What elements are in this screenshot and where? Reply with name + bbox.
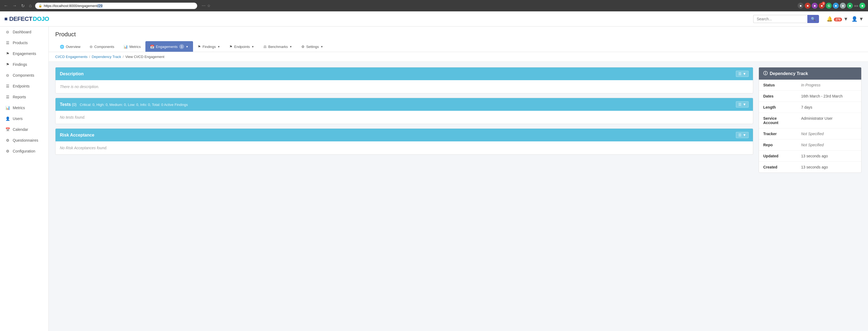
tab-findings[interactable]: ⚑ Findings ▼ [193, 42, 225, 52]
tab-benchmarks-label: Benchmarks [268, 45, 288, 49]
info-row-updated: Updated 13 seconds ago [759, 151, 861, 162]
ext-icon-2: ■ [805, 3, 811, 9]
sidebar-item-endpoints[interactable]: ☰ Endpoints [0, 81, 49, 92]
info-value-length: 7 days [797, 102, 861, 113]
extensions-more-button[interactable]: »» [854, 3, 858, 8]
dashboard-icon: ⊝ [5, 30, 10, 34]
settings-tab-icon: ⚙ [301, 45, 305, 49]
description-body: There is no description. [56, 80, 753, 93]
url-text: https://localhost:8000/engagement/29 [44, 4, 103, 8]
sidebar-item-calendar[interactable]: 📅 Calendar [0, 124, 49, 135]
info-label-service-account: Service Account [759, 113, 797, 128]
sidebar-item-metrics[interactable]: 📊 Metrics [0, 102, 49, 113]
tab-metrics[interactable]: 📊 Metrics [119, 42, 145, 52]
notifications-count: 279 [834, 18, 842, 21]
address-bar[interactable]: 🔒 https://localhost:8000/engagement/29 [35, 2, 197, 9]
tab-findings-label: Findings [203, 45, 216, 49]
page-title: Product [55, 31, 862, 38]
risk-acceptance-menu-button[interactable]: ☰ ▼ [736, 132, 749, 138]
description-title: Description [60, 71, 84, 77]
sidebar-item-dashboard[interactable]: ⊝ Dashboard [0, 27, 49, 37]
sidebar-item-users[interactable]: 👤 Users [0, 113, 49, 124]
info-panel-title: Dependency Track [770, 71, 808, 76]
search-input[interactable] [753, 15, 807, 23]
breadcrumb-cicd[interactable]: CI/CD Engagements [55, 55, 88, 59]
info-value-dates: 16th March - 23rd March [797, 91, 861, 101]
metrics-icon: 📊 [5, 106, 10, 110]
tests-section: Tests (0) Critical: 0, High: 0, Medium: … [55, 98, 753, 124]
info-label-updated: Updated [759, 151, 797, 161]
sidebar-item-engagements[interactable]: ⚑ Engagements [0, 48, 49, 59]
risk-acceptance-menu-icon: ☰ [738, 133, 742, 137]
sidebar-item-label-metrics: Metrics [13, 106, 25, 110]
sidebar-item-label-dashboard: Dashboard [13, 30, 31, 34]
info-label-repo: Repo [759, 140, 797, 150]
tab-settings[interactable]: ⚙ Settings ▼ [297, 42, 328, 52]
tests-subtitle: Critical: 0, High: 0, Medium: 0, Low: 0,… [80, 103, 188, 107]
overview-icon: 🌐 [60, 45, 64, 49]
sidebar-item-label-products: Products [13, 41, 28, 45]
bookmark-button[interactable]: ☆ [207, 3, 211, 8]
info-panel: ⓘ Dependency Track Status In Progress Da… [758, 67, 862, 173]
risk-acceptance-body: No Risk Acceptances found. [56, 141, 753, 154]
breadcrumb-current: View CI/CD Engagement [125, 55, 164, 59]
users-icon: 👤 [5, 117, 10, 121]
tab-components[interactable]: ⊝ Components [85, 42, 119, 52]
description-menu-button[interactable]: ☰ ▼ [736, 71, 749, 77]
endpoints-icon: ☰ [5, 84, 10, 88]
engagements-icon: ⚑ [5, 52, 10, 56]
sidebar-item-label-components: Components [13, 73, 34, 78]
more-button[interactable]: ⋯ [202, 3, 206, 8]
home-button[interactable]: ⌂ [28, 3, 33, 9]
ext-icon-8: ■ [859, 3, 865, 9]
sidebar-item-components[interactable]: ⊝ Components [0, 70, 49, 81]
benchmarks-tab-icon: ⚖ [264, 45, 267, 49]
tab-settings-label: Settings [306, 45, 319, 49]
info-row-repo: Repo Not Specified [759, 140, 861, 151]
page-header: Product 🌐 Overview ⊝ Components 📊 Metric… [49, 27, 868, 52]
info-label-created: Created [759, 162, 797, 173]
tab-endpoints[interactable]: ⚑ Endpoints ▼ [225, 42, 259, 52]
risk-acceptance-section: Risk Acceptance ☰ ▼ No Risk Acceptances … [55, 128, 753, 155]
description-header: Description ☰ ▼ [56, 67, 753, 80]
ext-icon-1: ■ [798, 3, 804, 9]
risk-acceptance-menu-chevron: ▼ [743, 133, 746, 137]
benchmarks-tab-dropdown-icon: ▼ [289, 45, 292, 48]
info-row-length: Length 7 days [759, 102, 861, 113]
back-button[interactable]: ← [3, 3, 9, 9]
ext-icon-6: ■ [840, 3, 846, 9]
components-tab-icon: ⊝ [90, 45, 93, 49]
sidebar-item-products[interactable]: ☰ Products [0, 37, 49, 48]
tests-menu-button[interactable]: ☰ ▼ [736, 101, 749, 108]
refresh-button[interactable]: ↻ [20, 3, 26, 9]
findings-tab-icon: ⚑ [198, 45, 201, 49]
configuration-icon: ⚙ [5, 149, 10, 153]
tests-empty-text: No tests found. [60, 115, 85, 119]
calendar-icon: 📅 [5, 127, 10, 132]
info-value-created: 13 seconds ago [797, 162, 861, 173]
forward-button[interactable]: → [11, 3, 18, 9]
sidebar-item-questionnaires[interactable]: ⚙ Questionnaires [0, 135, 49, 146]
tabs: 🌐 Overview ⊝ Components 📊 Metrics 📅 Enga… [55, 41, 862, 52]
tab-engagements[interactable]: 📅 Engagements 1 ▼ [145, 41, 193, 52]
tab-overview[interactable]: 🌐 Overview [55, 42, 85, 52]
info-row-status: Status In Progress [759, 80, 861, 91]
sidebar-item-configuration[interactable]: ⚙ Configuration [0, 146, 49, 156]
sidebar-item-findings[interactable]: ⚑ Findings [0, 59, 49, 70]
components-icon: ⊝ [5, 73, 10, 78]
sidebar-item-reports[interactable]: ☰ Reports [0, 92, 49, 102]
breadcrumb-deptrack[interactable]: Dependency Track [92, 55, 121, 59]
info-value-tracker: Not Specified [797, 128, 861, 139]
endpoints-tab-icon: ⚑ [229, 45, 232, 49]
user-menu-button[interactable]: 👤 ▼ [851, 16, 864, 22]
search-button[interactable]: 🔍 [807, 15, 819, 23]
reports-icon: ☰ [5, 95, 10, 99]
risk-acceptance-header: Risk Acceptance ☰ ▼ [56, 129, 753, 141]
notifications-button[interactable]: 🔔 279 ▼ [827, 16, 848, 22]
tab-benchmarks[interactable]: ⚖ Benchmarks ▼ [259, 42, 297, 52]
endpoints-tab-dropdown-icon: ▼ [251, 45, 254, 48]
ext-icon-notif: ■1 [819, 3, 825, 9]
description-menu-icon: ☰ [738, 72, 742, 76]
page-content: Description ☰ ▼ There is no description. [49, 62, 868, 178]
tests-menu-chevron: ▼ [743, 102, 746, 107]
